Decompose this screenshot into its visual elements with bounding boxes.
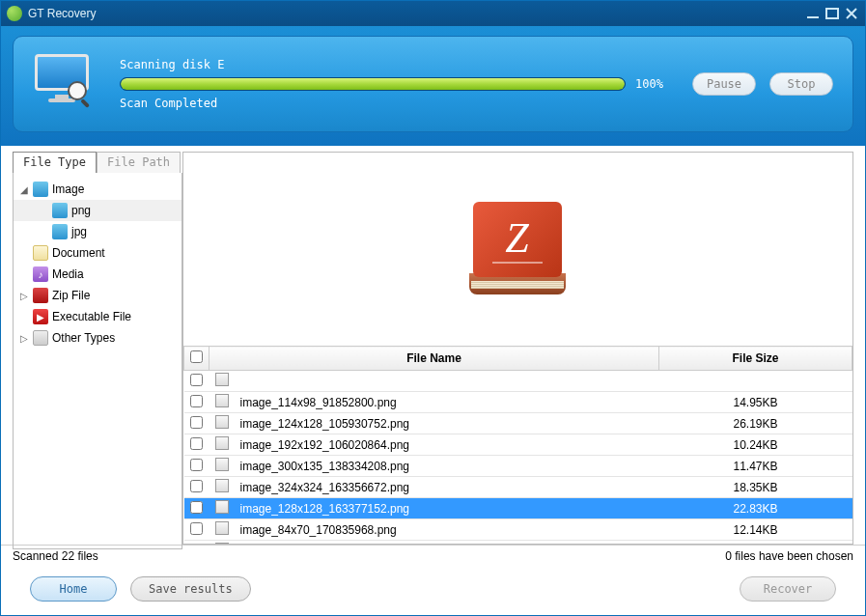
status-right: 0 files have been chosen — [725, 549, 853, 563]
table-row[interactable]: image_324x324_163356672.png18.35KB — [184, 477, 852, 498]
file-name-cell: image_300x135_138334208.png — [235, 456, 659, 477]
progress-percent: 100% — [635, 77, 663, 91]
preview-area: Z — [183, 153, 852, 346]
file-grid: File Name File Size image_114x98_9185280… — [183, 346, 852, 544]
tree-node-document[interactable]: Document — [14, 242, 182, 264]
file-icon — [215, 479, 229, 492]
file-icon — [215, 373, 229, 386]
tree-node-zip[interactable]: ▷ Zip File — [14, 285, 182, 306]
row-checkbox[interactable] — [190, 522, 203, 535]
tree-node-executable[interactable]: ▶ Executable File — [14, 306, 182, 327]
title-bar: GT Recovery — [1, 1, 865, 26]
tree-node-png[interactable]: png — [14, 200, 182, 221]
minimize-button[interactable] — [805, 7, 821, 20]
tree-label: Zip File — [52, 289, 90, 302]
progress-bar — [120, 77, 626, 91]
table-row[interactable]: image_114x98_91852800.png14.95KB — [184, 392, 852, 413]
footer: Home Save results Recover — [1, 566, 865, 612]
row-checkbox[interactable] — [190, 395, 203, 407]
tree-node-image[interactable]: ◢ Image — [14, 179, 182, 200]
svg-rect-3 — [80, 98, 90, 108]
tab-file-type[interactable]: File Type — [13, 152, 97, 173]
app-logo-icon — [7, 6, 22, 21]
col-checkbox[interactable] — [184, 347, 210, 371]
file-size-cell: 26.19KB — [659, 413, 852, 434]
expander-icon[interactable]: ▷ — [19, 291, 29, 301]
row-checkbox[interactable] — [190, 437, 203, 450]
table-row[interactable]: image_300x135_138334208.png11.47KB — [184, 456, 852, 477]
scan-header: Scanning disk E 100% Scan Completed Paus… — [1, 26, 865, 146]
svg-rect-1 — [826, 9, 838, 18]
app-title: GT Recovery — [28, 7, 96, 20]
file-name-cell: image_114x98_91852800.png — [235, 392, 659, 413]
executable-icon: ▶ — [33, 309, 48, 324]
file-size-cell: 2.97GB — [659, 541, 852, 545]
tree-node-jpg[interactable]: jpg — [14, 221, 182, 242]
tree-label: png — [71, 204, 91, 217]
png-icon — [52, 203, 68, 218]
file-name-cell: image_128x128_163377152.png — [235, 498, 659, 519]
expander-icon[interactable]: ▷ — [19, 333, 29, 344]
table-row[interactable]: image_0x0_179269632.png2.97GB — [184, 541, 852, 545]
file-size-cell: 14.95KB — [659, 392, 852, 413]
pause-button[interactable]: Pause — [692, 72, 756, 96]
row-checkbox[interactable] — [190, 480, 203, 492]
home-button[interactable]: Home — [30, 576, 117, 602]
progress-area: Scanning disk E 100% Scan Completed — [120, 58, 663, 110]
preview-thumbnail: Z — [465, 196, 572, 302]
file-size-cell: 10.24KB — [659, 434, 852, 456]
file-name-cell — [235, 371, 659, 392]
svg-rect-0 — [807, 16, 819, 18]
media-icon: ♪ — [33, 266, 48, 282]
file-icon — [215, 436, 229, 450]
image-folder-icon — [33, 182, 48, 197]
row-checkbox[interactable] — [190, 501, 203, 514]
tab-file-path[interactable]: File Path — [97, 152, 181, 173]
stop-button[interactable]: Stop — [769, 72, 833, 96]
file-type-tree: ◢ Image png jpg Document ♪ — [13, 173, 182, 549]
close-button[interactable] — [844, 7, 859, 20]
jpg-icon — [52, 224, 68, 239]
header-checkbox[interactable] — [190, 350, 203, 363]
file-size-cell: 11.47KB — [659, 456, 852, 477]
row-checkbox[interactable] — [190, 416, 203, 429]
file-grid-scroll[interactable]: File Name File Size image_114x98_9185280… — [183, 346, 852, 544]
row-checkbox[interactable] — [190, 374, 203, 386]
file-icon — [215, 500, 229, 514]
recover-button[interactable]: Recover — [740, 576, 836, 602]
file-icon — [215, 521, 229, 535]
tree-node-media[interactable]: ♪ Media — [14, 264, 182, 285]
file-name-cell: image_124x128_105930752.png — [235, 413, 659, 434]
row-checkbox[interactable] — [190, 544, 203, 545]
table-row[interactable]: image_192x192_106020864.png10.24KB — [184, 434, 852, 456]
expander-icon[interactable]: ◢ — [19, 184, 29, 195]
tree-label: Other Types — [52, 331, 115, 345]
row-checkbox[interactable] — [190, 459, 203, 471]
file-size-cell: 12.14KB — [659, 519, 852, 541]
scan-panel: Scanning disk E 100% Scan Completed Paus… — [13, 36, 853, 132]
table-row[interactable] — [184, 371, 852, 392]
file-name-cell: image_192x192_106020864.png — [235, 434, 659, 456]
tree-node-other[interactable]: ▷ Other Types — [14, 327, 182, 349]
other-icon — [33, 330, 48, 346]
table-row[interactable]: image_124x128_105930752.png26.19KB — [184, 413, 852, 434]
maximize-button[interactable] — [824, 7, 840, 20]
tabs-row: File Type File Path — [13, 152, 182, 173]
table-row[interactable]: image_84x70_170835968.png12.14KB — [184, 519, 852, 541]
file-size-cell — [659, 371, 852, 392]
left-pane: File Type File Path ◢ Image png jpg — [13, 152, 182, 545]
svg-point-2 — [69, 82, 86, 99]
document-icon — [33, 245, 48, 261]
zip-icon — [33, 288, 48, 303]
col-filesize[interactable]: File Size — [659, 347, 852, 371]
tree-label: Image — [52, 182, 84, 196]
save-results-button[interactable]: Save results — [130, 576, 251, 602]
file-name-cell: image_84x70_170835968.png — [235, 519, 659, 541]
tree-label: Media — [52, 267, 84, 281]
file-size-cell: 18.35KB — [659, 477, 852, 498]
right-pane: Z File Name File Size image_114x98_91852… — [182, 152, 853, 545]
col-filename[interactable]: File Name — [210, 347, 659, 371]
table-row[interactable]: image_128x128_163377152.png22.83KB — [184, 498, 852, 519]
monitor-scan-icon — [33, 50, 100, 118]
tree-label: Executable File — [52, 310, 131, 323]
